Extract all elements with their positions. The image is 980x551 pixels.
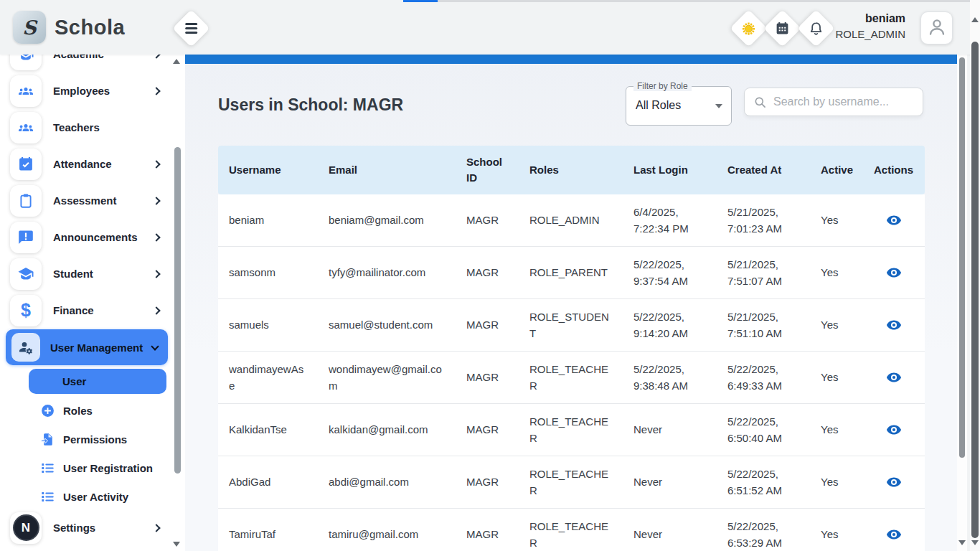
user-meta: beniam ROLE_ADMIN [818,12,905,40]
chevron-right-icon [152,87,160,95]
table-row: samuels samuel@student.com MAGR ROLE_STU… [218,299,925,352]
hamburger-icon [185,23,197,34]
cell-school-id: MAGR [456,509,519,551]
view-user-button[interactable] [885,317,903,333]
cell-roles: ROLE_PARENT [519,247,623,298]
sidebar-item-user-management[interactable]: User Management [6,329,168,365]
cell-actions [863,404,925,456]
sidebar-subitem-user[interactable]: User [29,369,166,394]
sidebar-item-finance[interactable]: $ Finance [6,292,169,329]
chevron-right-icon [152,197,160,204]
list-icon [40,461,55,476]
cell-created-at: 5/21/2025, 7:01:23 AM [717,194,810,246]
cell-active: Yes [810,299,863,351]
cell-created-at: 5/21/2025, 7:51:10 AM [717,299,810,351]
sidebar-item-label: Announcements [53,231,154,243]
cell-email: wondimayew@gmail.com [318,352,456,403]
sidebar-subitem-permissions[interactable]: Permissions [29,428,166,451]
window-scrollbar-thumb[interactable] [971,42,979,538]
schola-logo-icon: S [13,11,46,44]
sidebar-item-announcements[interactable]: Announcements [6,219,169,255]
sidebar-item-label: Attendance [53,158,154,170]
top-header: S Schola [0,0,980,55]
view-user-button[interactable] [885,212,903,228]
sidebar-item-settings[interactable]: N Settings [6,509,169,546]
cell-active: Yes [810,352,863,403]
cell-actions [863,194,925,246]
cell-created-at: 5/21/2025, 7:51:07 AM [717,247,810,298]
sidebar-scroll-up-arrow[interactable] [173,59,180,64]
col-username: Username [218,146,318,194]
sidebar-item-label: User Management [50,342,152,354]
cell-last-login: 6/4/2025, 7:22:34 PM [623,194,717,246]
sidebar-toggle-button[interactable] [172,9,209,47]
search-box [744,88,923,116]
sidebar-subitem-user-activity[interactable]: User Activity [29,485,166,508]
calendar-button[interactable] [763,9,801,47]
cell-school-id: MAGR [456,247,519,298]
user-management-icon [11,333,40,362]
brand-name: Schola [55,16,125,39]
table-body: beniam beniam@gmail.com MAGR ROLE_ADMIN … [218,194,925,551]
sidebar-item-attendance[interactable]: Attendance [6,146,169,182]
attendance-icon [10,149,42,180]
cell-school-id: MAGR [456,404,519,456]
sidebar-subitem-label: Roles [63,405,93,417]
sidebar-item-assessment[interactable]: Assessment [6,182,169,219]
sidebar-subitem-user-registration[interactable]: User Registration [29,456,166,479]
sidebar-item-label: Settings [53,522,154,534]
cell-active: Yes [810,247,863,298]
sidebar-subitem-label: User Activity [63,491,128,503]
cell-roles: ROLE_TEACHER [519,352,623,403]
sidebar-subitem-label: Permissions [63,433,127,446]
cell-last-login: Never [623,509,717,551]
profile-button[interactable] [920,11,953,44]
view-user-button[interactable] [885,527,903,542]
cell-roles: ROLE_TEACHER [519,509,623,551]
content-scroll-down-arrow[interactable] [958,540,966,545]
eye-icon [886,317,902,333]
chevron-right-icon [152,524,160,532]
cell-created-at: 5/22/2025, 6:50:40 AM [717,404,810,456]
sidebar-subitem-roles[interactable]: Roles [29,399,166,422]
list-icon [40,489,55,504]
sidebar-item-label: Student [53,268,154,280]
cell-actions [863,247,925,298]
sidebar-scrollbar-thumb[interactable] [174,147,181,474]
sidebar-scroll-down-arrow[interactable] [173,542,180,547]
chevron-right-icon [152,233,160,241]
cell-last-login: 5/22/2025, 9:38:48 AM [623,352,717,403]
eye-icon [886,527,902,542]
eye-icon [886,212,902,228]
cell-school-id: MAGR [456,299,519,351]
sidebar-item-teachers[interactable]: Teachers [6,109,169,146]
sidebar-subitem-label: User [62,375,86,387]
settings-icon: N [10,512,42,544]
search-input[interactable] [773,95,923,108]
sidebar-item-student[interactable]: Student [6,255,169,292]
cell-email: samuel@student.com [318,299,456,351]
cell-last-login: 5/22/2025, 9:14:20 AM [623,299,717,351]
view-user-button[interactable] [885,474,903,490]
view-user-button[interactable] [885,265,903,281]
view-user-button[interactable] [885,422,903,438]
cell-username: KalkidanTse [218,404,318,456]
role-filter-select[interactable]: Filter by Role All Roles [626,86,732,126]
theme-toggle-button[interactable] [730,9,767,47]
users-table: Username Email School ID Roles Last Logi… [218,146,925,551]
eye-icon [886,265,902,281]
window-scroll-down-arrow[interactable] [971,540,979,545]
dropdown-caret-icon [715,104,722,108]
sidebar-item-label: Finance [53,304,154,316]
student-icon [10,258,42,290]
cell-roles: ROLE_TEACHER [519,456,623,508]
sidebar-item-employees[interactable]: Employees [6,72,169,109]
content-scrollbar-thumb[interactable] [959,57,965,458]
view-user-button[interactable] [885,369,903,385]
loading-bar-track [403,0,973,2]
col-roles: Roles [519,146,623,194]
table-header-row: Username Email School ID Roles Last Logi… [218,146,925,194]
cell-username: samsonm [218,247,318,298]
window-scroll-up-arrow[interactable] [971,17,979,22]
cell-last-login: 5/22/2025, 9:37:54 AM [623,247,717,298]
